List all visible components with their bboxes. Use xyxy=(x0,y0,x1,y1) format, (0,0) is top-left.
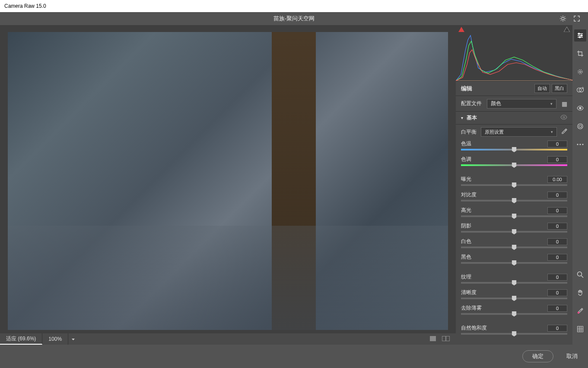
slider-track[interactable] xyxy=(461,149,567,150)
slider-label: 高光 xyxy=(461,207,471,214)
svg-point-17 xyxy=(582,144,583,145)
visibility-eye-icon[interactable] xyxy=(560,115,567,121)
svg-point-5 xyxy=(578,33,579,34)
slider-track[interactable] xyxy=(461,313,567,315)
histogram-curves xyxy=(456,33,572,81)
chevron-down-icon: ▾ xyxy=(551,130,553,134)
color-sampler-icon[interactable] xyxy=(574,305,586,317)
slider-track[interactable] xyxy=(461,333,567,335)
slider-value[interactable]: 0 xyxy=(547,289,567,296)
slider-track[interactable] xyxy=(461,262,567,264)
presets-icon[interactable] xyxy=(574,120,586,132)
slider-thumb[interactable] xyxy=(512,296,517,301)
svg-point-13 xyxy=(578,124,583,129)
auto-button[interactable]: 自动 xyxy=(534,84,550,93)
window-titlebar: Camera Raw 15.0 xyxy=(0,0,588,12)
slider-value[interactable]: 0 xyxy=(547,223,567,230)
slider-thumb[interactable] xyxy=(512,198,517,203)
redeye-icon[interactable] xyxy=(574,102,586,114)
tool-rail: + xyxy=(572,25,588,345)
slider-thumb[interactable] xyxy=(512,229,517,234)
app-title: Camera Raw 15.0 xyxy=(4,3,46,9)
svg-point-19 xyxy=(578,312,579,314)
wb-label: 白平衡 xyxy=(461,128,477,136)
more-icon[interactable] xyxy=(574,138,586,150)
zoom-menu-chevron-icon[interactable] xyxy=(68,337,78,341)
hand-icon[interactable] xyxy=(574,287,586,299)
cancel-button[interactable]: 取消 xyxy=(566,352,578,360)
slider-value[interactable]: 0 xyxy=(547,254,567,261)
fullscreen-icon[interactable] xyxy=(572,13,582,24)
chevron-down-icon: ▾ xyxy=(550,102,553,106)
eyedropper-icon[interactable] xyxy=(561,128,567,136)
bw-button[interactable]: 黑白 xyxy=(552,84,567,93)
zoom-fit[interactable]: 适应 (69.6%) xyxy=(0,333,42,345)
slider-track[interactable] xyxy=(461,184,567,186)
slider-thumb[interactable] xyxy=(512,331,517,336)
profile-browser-icon[interactable]: ▦ xyxy=(562,100,567,107)
slider-thumb[interactable] xyxy=(512,214,517,219)
white-balance-row: 白平衡 原照设置 ▾ xyxy=(461,127,567,137)
slider-track[interactable] xyxy=(461,298,567,299)
slider-thumb[interactable] xyxy=(512,280,517,285)
svg-point-0 xyxy=(562,17,564,20)
section-basic-body: 白平衡 原照设置 ▾ 色温0色调0 曝光0.00对比度0高光0阴影0白色0黑色0… xyxy=(456,125,572,345)
shadow-clip-icon[interactable] xyxy=(458,27,464,32)
highlight-clip-icon[interactable] xyxy=(564,27,570,32)
slider-thumb[interactable] xyxy=(512,147,517,152)
slider-track[interactable] xyxy=(461,200,567,202)
slider-track[interactable] xyxy=(461,246,567,248)
profile-row: 配置文件 颜色 ▾ ▦ xyxy=(456,96,572,112)
svg-point-8 xyxy=(578,70,582,74)
slider-label: 对比度 xyxy=(461,191,477,198)
slider-track[interactable] xyxy=(461,282,567,284)
slider-thumb[interactable] xyxy=(512,163,517,168)
preview-image xyxy=(8,32,448,330)
magnifier-icon[interactable] xyxy=(574,269,586,281)
slider-value[interactable]: 0 xyxy=(547,305,567,312)
svg-point-10 xyxy=(577,88,582,92)
gear-icon[interactable] xyxy=(558,13,568,24)
image-viewport[interactable] xyxy=(0,25,456,333)
wb-select[interactable]: 原照设置 ▾ xyxy=(481,127,557,137)
slider-track[interactable] xyxy=(461,164,567,166)
svg-point-15 xyxy=(577,144,578,145)
svg-point-18 xyxy=(578,272,582,276)
slider-thumb[interactable] xyxy=(512,245,517,250)
split-view-icon[interactable] xyxy=(442,336,450,342)
crop-icon[interactable] xyxy=(574,48,586,60)
svg-point-9 xyxy=(579,71,581,73)
slider-value[interactable]: 0 xyxy=(547,207,567,214)
profile-select[interactable]: 颜色 ▾ xyxy=(487,99,556,109)
single-view-icon[interactable] xyxy=(430,336,436,342)
view-mode-icons xyxy=(430,336,456,342)
slider-色调: 色调0 xyxy=(461,156,567,166)
mask-icon[interactable]: + xyxy=(574,84,586,96)
ok-button[interactable]: 确定 xyxy=(522,350,553,362)
edit-sliders-icon[interactable] xyxy=(574,29,586,42)
slider-白色: 白色0 xyxy=(461,238,567,248)
slider-track[interactable] xyxy=(461,231,567,233)
histogram[interactable] xyxy=(456,25,572,81)
slider-label: 去除薄雾 xyxy=(461,304,482,312)
zoom-100[interactable]: 100% xyxy=(42,333,68,345)
slider-thumb[interactable] xyxy=(512,260,517,266)
section-basic-header[interactable]: ▾ 基本 xyxy=(456,112,572,125)
slider-track[interactable] xyxy=(461,215,567,217)
slider-value[interactable]: 0 xyxy=(547,141,567,147)
slider-value[interactable]: 0 xyxy=(547,274,567,281)
preview-pane: 适应 (69.6%) 100% xyxy=(0,25,456,345)
slider-thumb[interactable] xyxy=(512,311,517,317)
footer: 确定 取消 xyxy=(0,345,588,368)
slider-thumb[interactable] xyxy=(512,182,517,188)
grid-icon[interactable] xyxy=(574,323,586,335)
slider-value[interactable]: 0 xyxy=(547,156,567,163)
healing-icon[interactable] xyxy=(574,66,586,78)
slider-value[interactable]: 0.00 xyxy=(547,176,567,183)
slider-label: 色温 xyxy=(461,140,471,147)
slider-自然饱和度: 自然饱和度0 xyxy=(461,324,567,335)
slider-阴影: 阴影0 xyxy=(461,222,567,233)
slider-value[interactable]: 0 xyxy=(547,192,567,198)
slider-value[interactable]: 0 xyxy=(547,325,567,332)
slider-value[interactable]: 0 xyxy=(547,238,567,245)
